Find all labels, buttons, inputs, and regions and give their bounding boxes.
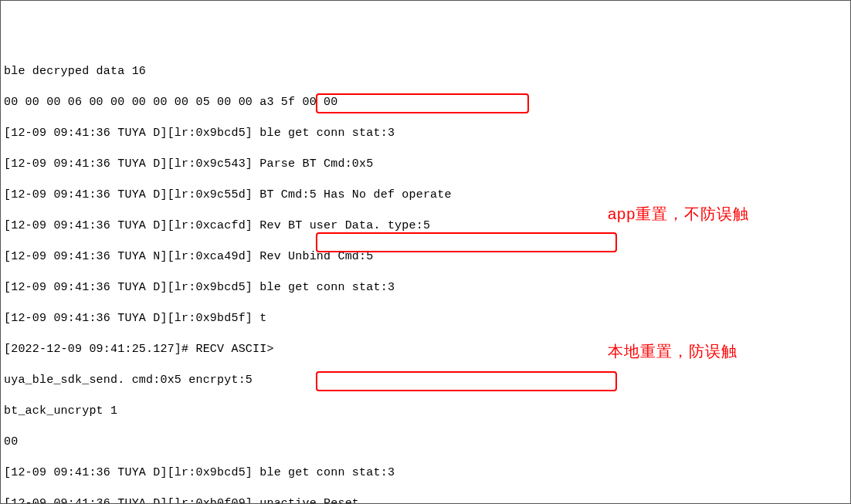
annot-app-reset: app重置，不防误触 [608, 206, 749, 222]
log-line: [12-09 09:41:36 TUYA D][lr:0x9bcd5] ble … [4, 280, 847, 296]
log-line: [12-09 09:41:36 TUYA D][lr:0x9c55d] BT C… [4, 188, 847, 203]
log-line: uya_ble_sdk_send. cmd:0x5 encrpyt:5 [4, 373, 847, 388]
log-line: [12-09 09:41:36 TUYA D][lr:0x9bcd5] ble … [4, 126, 847, 141]
log-line: bt_ack_uncrypt 1 [4, 404, 847, 419]
log-line: ble decryped data 16 [4, 64, 847, 79]
log-line: [12-09 09:41:36 TUYA N][lr:0xca49d] Rev … [4, 249, 847, 265]
annot-local-reset: 本地重置，防误触 [608, 343, 737, 359]
log-line: 00 00 00 06 00 00 00 00 00 05 00 00 a3 5… [4, 95, 847, 110]
log-line: 00 [4, 435, 847, 450]
log-line: [12-09 09:41:36 TUYA D][lr:0xb0f09] unac… [4, 496, 847, 504]
log-line: [12-09 09:41:36 TUYA D][lr:0x9bd5f] t [4, 311, 847, 326]
log-line: [12-09 09:41:36 TUYA D][lr:0x9bcd5] ble … [4, 465, 847, 481]
log-line: [12-09 09:41:36 TUYA D][lr:0x9c543] Pars… [4, 157, 847, 172]
